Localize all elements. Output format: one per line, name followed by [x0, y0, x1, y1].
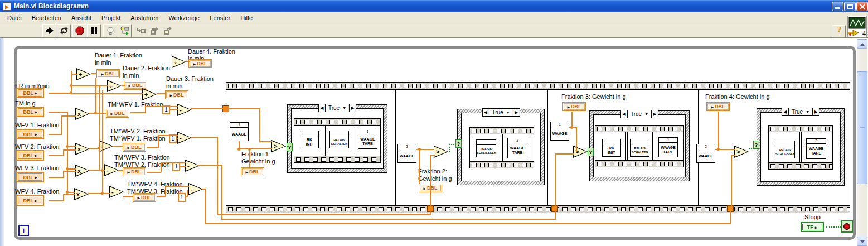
- tmwfv21-indicator[interactable]: ▶DBL: [123, 143, 146, 152]
- subtract-node[interactable]: -: [99, 140, 113, 152]
- case-dropdown-icon[interactable]: ▼: [506, 110, 510, 114]
- divide-node[interactable]: ÷: [76, 68, 91, 80]
- subtract-node[interactable]: -: [177, 132, 192, 144]
- waage-subvi[interactable]: 1WAAGE: [230, 122, 249, 141]
- wfv1-control[interactable]: DBL▶: [16, 129, 44, 139]
- relais-schliessen-subvi[interactable]: RELAISSCHLIESSEN: [476, 139, 496, 157]
- waage-subvi[interactable]: 1WAAGE: [550, 122, 569, 141]
- dauer3-indicator[interactable]: ▶DBL: [165, 90, 188, 99]
- step-into-button[interactable]: [134, 24, 148, 37]
- menu-ausfuehren[interactable]: Ausführen: [125, 13, 163, 23]
- menu-projekt[interactable]: Projekt: [96, 13, 125, 23]
- waage-tare-subvi[interactable]: 1WAAGETARE: [658, 137, 678, 157]
- case-selector[interactable]: ◀True▼▶: [620, 110, 658, 118]
- greater-node[interactable]: >: [573, 146, 588, 158]
- wfv2-control[interactable]: DBL▶: [16, 150, 44, 161]
- scroll-up-button[interactable]: [857, 39, 867, 49]
- pause-button[interactable]: [87, 24, 101, 37]
- stop-boolean-terminal[interactable]: TF▶: [801, 222, 824, 232]
- wfv3-control[interactable]: DBL▶: [16, 172, 44, 182]
- multiply-node[interactable]: x: [75, 143, 90, 155]
- close-button[interactable]: [856, 2, 868, 11]
- wfv4-control[interactable]: DBL▶: [16, 195, 44, 206]
- subtract-node[interactable]: -: [185, 160, 200, 172]
- waage-subvi[interactable]: 2WAAGE: [696, 144, 715, 163]
- iteration-terminal[interactable]: i: [18, 225, 29, 236]
- dauer4-indicator[interactable]: ▶DBL: [188, 59, 212, 68]
- step-out-button[interactable]: [161, 24, 174, 37]
- multiply-node[interactable]: x: [74, 188, 89, 200]
- case-prev-arrow[interactable]: ◀: [319, 104, 326, 112]
- waage-subvi[interactable]: 2WAAGE: [397, 144, 416, 163]
- run-button[interactable]: [42, 24, 56, 37]
- run-continuous-button[interactable]: [57, 24, 71, 37]
- scrollbar-thumb[interactable]: [857, 71, 867, 184]
- numeric-constant[interactable]: 1: [172, 162, 180, 171]
- rk-init-subvi[interactable]: RKINIT: [602, 139, 621, 157]
- loop-condition-terminal[interactable]: [841, 220, 853, 233]
- subtract-node[interactable]: -: [177, 104, 192, 116]
- step-over-button[interactable]: [147, 24, 161, 37]
- greater-node[interactable]: >: [434, 146, 448, 158]
- relais-schalten-subvi[interactable]: RELAISSCHALTEN: [329, 131, 349, 148]
- abort-button[interactable]: [72, 24, 86, 37]
- menu-ansicht[interactable]: Ansicht: [66, 13, 96, 23]
- multiply-node[interactable]: x: [75, 108, 90, 120]
- menu-fenster[interactable]: Fenster: [205, 13, 235, 23]
- menu-bearbeiten[interactable]: Bearbeiten: [27, 13, 66, 23]
- subtract-node[interactable]: -: [104, 164, 119, 176]
- case-prev-arrow[interactable]: ◀: [621, 110, 628, 118]
- menu-hilfe[interactable]: Hilfe: [235, 13, 258, 23]
- scroll-down-button[interactable]: [857, 237, 867, 246]
- relais-schalten-subvi[interactable]: RELAISSCHALTEN: [630, 139, 649, 157]
- greater-node[interactable]: >: [271, 140, 286, 152]
- case-dropdown-icon[interactable]: ▼: [644, 112, 648, 116]
- fr-control[interactable]: DBL▶: [16, 88, 44, 98]
- waage-tare-subvi[interactable]: 2WAAGETARE: [507, 138, 527, 158]
- tmwfv32-indicator[interactable]: ▶DBL: [123, 167, 146, 176]
- wire: [191, 108, 223, 109]
- case-next-arrow[interactable]: ▶: [812, 108, 819, 115]
- frame1-weight-indicator[interactable]: ▶DBL: [241, 167, 264, 176]
- divide-node[interactable]: ÷: [107, 80, 122, 92]
- maximize-button[interactable]: [844, 2, 856, 11]
- case-next-arrow[interactable]: ▶: [513, 109, 520, 116]
- case-prev-arrow[interactable]: ◀: [482, 109, 489, 116]
- wire: [430, 211, 431, 215]
- retain-wire-values-button[interactable]: [118, 24, 132, 37]
- case-dropdown-icon[interactable]: ▼: [342, 106, 346, 110]
- waage-tare-subvi[interactable]: 1WAAGETARE: [358, 129, 377, 149]
- tmwfv1-indicator[interactable]: ▶DBL: [106, 109, 129, 118]
- menu-werkzeuge[interactable]: Werkzeuge: [163, 13, 204, 23]
- case-next-arrow[interactable]: ▶: [651, 110, 658, 118]
- subtract-node[interactable]: -: [188, 183, 203, 195]
- vertical-scrollbar[interactable]: [857, 39, 867, 246]
- case-selector[interactable]: ◀True▼▶: [782, 108, 819, 116]
- divide-node[interactable]: ÷: [172, 56, 186, 68]
- multiply-node[interactable]: x: [75, 165, 90, 177]
- case-prev-arrow[interactable]: ◀: [782, 108, 789, 115]
- subtract-node[interactable]: -: [109, 186, 124, 198]
- case-selector-tunnel[interactable]: ?: [455, 139, 462, 148]
- numeric-constant[interactable]: 1: [178, 193, 186, 202]
- case-next-arrow[interactable]: ▶: [349, 104, 356, 112]
- frame3-weight-indicator[interactable]: ▶DBL: [562, 102, 586, 111]
- sequence-tunnel[interactable]: [222, 105, 229, 112]
- minimize-button[interactable]: [832, 2, 843, 11]
- rk-init-subvi[interactable]: RKINIT: [300, 131, 319, 148]
- divide-node[interactable]: ÷: [142, 88, 157, 100]
- highlight-execution-button[interactable]: [103, 24, 117, 37]
- tmwfv43-indicator[interactable]: ▶DBL: [133, 193, 156, 202]
- vi-connector-icon[interactable]: 4: [847, 16, 867, 37]
- greater-node[interactable]: >: [734, 146, 749, 158]
- context-help-button[interactable]: ?: [833, 25, 846, 37]
- case-dropdown-icon[interactable]: ▼: [806, 110, 809, 114]
- dauer1-indicator[interactable]: ▶DBL: [96, 69, 120, 78]
- case-selector[interactable]: ◀True▼▶: [482, 108, 520, 117]
- frame4-weight-indicator[interactable]: ▶DBL: [706, 102, 730, 111]
- menu-datei[interactable]: Datei: [2, 13, 27, 23]
- waage-tare-subvi[interactable]: 2WAAGETARE: [806, 138, 826, 159]
- relais-schliessen-subvi[interactable]: RELAISSCHLIESSEN: [775, 141, 795, 158]
- tm-control[interactable]: DBL▶: [16, 107, 44, 117]
- case-selector[interactable]: ◀True▼▶: [318, 104, 356, 112]
